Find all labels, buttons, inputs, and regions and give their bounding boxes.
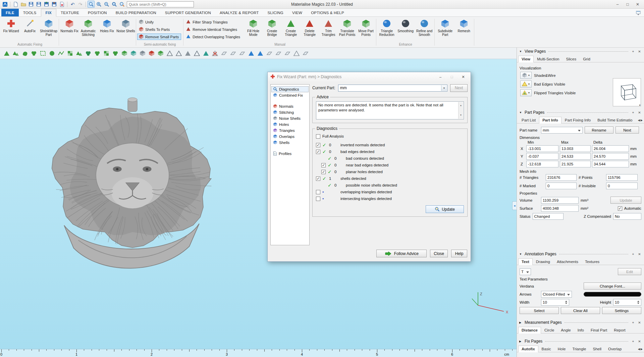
diagnostic-checkbox[interactable]	[321, 170, 326, 174]
ribbon-button-holes-fix[interactable]: Holes Fix	[98, 17, 116, 33]
annotation-tab-textures[interactable]: Textures	[582, 258, 603, 265]
ribbon-button-refine-and-smooth[interactable]: Refine and Smooth	[415, 17, 434, 37]
ribbon-button-autofix[interactable]: AutoFix	[20, 17, 39, 33]
dim-y-max[interactable]: 24.533	[560, 153, 591, 160]
ribbon-button-smoothing[interactable]: Smoothing	[396, 17, 415, 33]
tab-scroll-left-icon[interactable]: ◀	[638, 348, 640, 351]
measurement-tab-report[interactable]: Report	[610, 327, 629, 333]
ribbon-button-unify[interactable]: Unify	[137, 19, 181, 25]
mark-triangles-icon[interactable]	[3, 49, 11, 57]
small-triangle-icon[interactable]	[292, 49, 301, 57]
current-part-select[interactable]: mm ▼	[338, 85, 447, 92]
dim-z-delta[interactable]: 34.544	[592, 161, 629, 167]
unmark-all-icon[interactable]	[111, 49, 119, 57]
dim-x-delta[interactable]: 26.004	[592, 145, 629, 152]
mark-plane-icon[interactable]	[12, 49, 20, 57]
ribbon-button-triangle-reduction[interactable]: Triangle Reduction	[377, 17, 396, 37]
surface-value[interactable]: 4000.348	[541, 205, 579, 212]
ribbon-button-filter-sharp-triangles[interactable]: Filter Sharp Triangles	[184, 19, 243, 25]
expand-icon[interactable]: ▶	[519, 321, 523, 324]
dim-z-min[interactable]: -12.618	[526, 161, 558, 167]
wizard-page-holes[interactable]: Holes	[271, 121, 309, 128]
dock-icon[interactable]: +	[631, 50, 635, 53]
chevron-down-icon[interactable]: ▼	[639, 104, 641, 106]
close-icon[interactable]: ✕	[637, 111, 642, 114]
close-icon[interactable]: ✕	[637, 321, 642, 324]
menu-tab-position[interactable]: POSITION	[84, 9, 111, 16]
help-button[interactable]: Help	[451, 250, 467, 257]
annotation-tab-text[interactable]: Text	[518, 258, 533, 265]
diagnostic-checkbox[interactable]	[321, 163, 326, 167]
menu-tab-view[interactable]: VIEW	[288, 9, 307, 16]
mark-checker-icon[interactable]	[66, 49, 74, 57]
ribbon-button-fix-wizard[interactable]: Fix Wizard	[2, 17, 20, 33]
flip-triangle-icon[interactable]	[247, 49, 255, 57]
wizard-page-shells[interactable]: Shells	[271, 140, 309, 146]
invert-marking-icon[interactable]	[102, 49, 110, 57]
export-part-icon[interactable]	[51, 1, 58, 8]
view-tab-multi-section[interactable]: Multi-Section	[534, 56, 562, 62]
polygon-cut-icon[interactable]	[238, 49, 246, 57]
delete-triangle-icon[interactable]	[211, 49, 219, 57]
settings-button[interactable]: Settings	[602, 307, 641, 314]
dim-x-min[interactable]: -13.001	[526, 145, 558, 152]
dialog-maximize-button[interactable]: □	[447, 73, 457, 80]
close-icon[interactable]: ✕	[637, 252, 642, 256]
grow-marking-icon[interactable]	[84, 49, 92, 57]
change-font-button[interactable]: Change Font...	[584, 283, 641, 290]
new-scene-icon[interactable]	[12, 1, 19, 8]
orientation-cube-preview[interactable]: ▼	[613, 78, 641, 106]
dock-icon[interactable]: +	[631, 340, 635, 343]
fix-tab-overlap[interactable]: Overlap	[605, 346, 625, 352]
mark-shell-icon[interactable]	[30, 49, 38, 57]
panel-collapse-handle[interactable]: ◄	[512, 201, 517, 210]
ribbon-button-create-triangle[interactable]: Create Triangle	[281, 17, 300, 37]
dock-icon[interactable]: +	[631, 321, 635, 324]
annotation-tool-select[interactable]: T	[520, 268, 531, 275]
dim-z-max[interactable]: 21.925	[560, 161, 591, 167]
zoom-out-icon[interactable]	[103, 1, 110, 8]
dim-x-max[interactable]: 13.003	[560, 145, 591, 152]
ribbon-button-remove-small-parts[interactable]: Remove Small Parts	[137, 34, 181, 40]
retriangulate-icon[interactable]	[193, 49, 201, 57]
scroll-down-icon[interactable]: ▼	[460, 113, 462, 118]
ribbon-button-trim-triangles[interactable]: Trim Triangles	[319, 17, 338, 37]
minimize-button[interactable]: –	[612, 1, 623, 8]
view-tab-slices[interactable]: Slices	[562, 56, 580, 62]
mark-brush-icon[interactable]	[48, 49, 56, 57]
next-part-button[interactable]: Next	[615, 126, 639, 134]
ribbon-button-remove-identical-triangles[interactable]: Remove Identical Triangles	[184, 26, 243, 33]
dialog-minimize-button[interactable]: –	[436, 73, 445, 80]
mark-polyline-icon[interactable]	[57, 49, 65, 57]
dim-y-min[interactable]: -0.037	[526, 153, 558, 160]
menu-tab-build-preparation[interactable]: BUILD PREPARATION	[111, 9, 161, 16]
menu-tab-support-generation[interactable]: SUPPORT GENERATION	[161, 9, 215, 16]
ribbon-button-normals-fix[interactable]: Normals Fix	[60, 17, 79, 33]
part-name-select[interactable]: mm	[541, 127, 583, 134]
shrink-marking-icon[interactable]	[93, 49, 101, 57]
ribbon-button-noise-shells[interactable]: Noise Shells	[116, 17, 135, 33]
section-plane-icon[interactable]	[283, 49, 291, 57]
undo-icon[interactable]: ↶	[69, 1, 76, 8]
save-file-icon[interactable]	[28, 1, 35, 8]
fix-tab-triangle[interactable]: Triangle	[569, 346, 589, 352]
menu-tab-texture[interactable]: TEXTURE	[56, 9, 84, 16]
arrows-style-select[interactable]: Closed Filled	[541, 291, 572, 298]
follow-advice-button[interactable]: Follow Advice	[376, 250, 427, 257]
measurement-tab-distance[interactable]: Distance	[518, 327, 541, 334]
full-analysis-checkbox[interactable]	[316, 134, 320, 139]
tab-scroll-right-icon[interactable]: ▶	[641, 119, 643, 122]
edit-annotation-button[interactable]: Edit	[618, 268, 641, 275]
save-all-icon[interactable]	[35, 1, 42, 8]
close-icon[interactable]: ✕	[637, 340, 642, 343]
redo-icon[interactable]: ↷	[77, 1, 84, 8]
collapse-icon[interactable]: ▼	[519, 50, 523, 53]
create-triangle-icon[interactable]	[184, 49, 192, 57]
expand-icon[interactable]: ▶	[519, 340, 523, 343]
delete-marked-icon[interactable]	[148, 49, 156, 57]
ribbon-button-create-bridge[interactable]: Create Bridge	[263, 17, 281, 37]
wizard-page-profiles[interactable]: Profiles	[271, 151, 309, 157]
update-button[interactable]: Update	[426, 205, 464, 213]
wizard-page-noise-shells[interactable]: Noise Shells	[271, 115, 309, 121]
plane-align-icon[interactable]	[265, 49, 273, 57]
